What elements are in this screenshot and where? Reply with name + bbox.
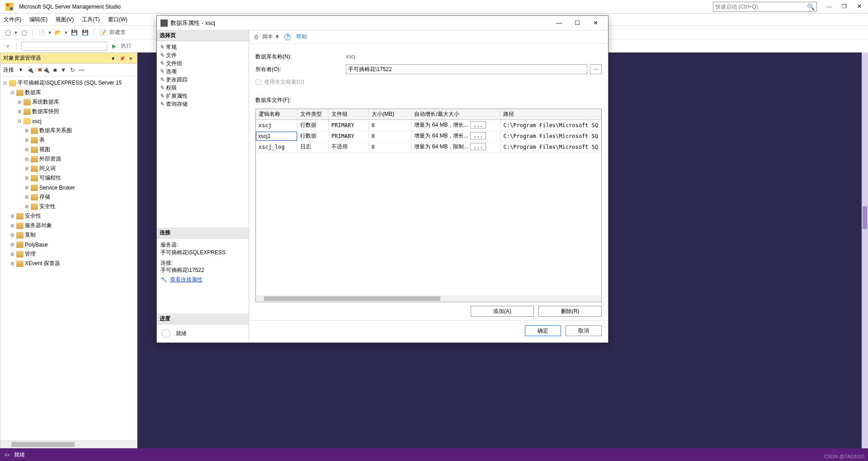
tree-root[interactable]: 手可摘棉花\SQLEXPRESS (SQL Server 15 <box>18 79 122 87</box>
connect-label[interactable]: 连接 <box>3 66 14 74</box>
stop-icon[interactable]: ■ <box>53 67 57 73</box>
disconnect-icon[interactable]: ✖🔌 <box>38 67 50 73</box>
ok-button[interactable]: 确定 <box>525 325 561 336</box>
close-button[interactable]: ✕ <box>853 3 866 10</box>
quick-launch-input[interactable] <box>715 4 807 10</box>
help-icon[interactable]: ? <box>284 34 291 40</box>
database-properties-dialog: 数据库属性 - xscj — ☐ ✕ 选择页 ✎常规 ✎文件 ✎文件组 ✎选项 … <box>156 15 609 343</box>
tree-storage[interactable]: 存储 <box>39 193 50 201</box>
page-permissions[interactable]: ✎权限 <box>160 84 246 92</box>
page-change-tracking[interactable]: ✎更改跟踪 <box>160 76 246 84</box>
window-vscroll[interactable] <box>862 52 868 448</box>
autogrow-edit-button[interactable]: ... <box>470 143 486 150</box>
tree-server-objects[interactable]: 服务器对象 <box>25 222 52 229</box>
tree-views[interactable]: 视图 <box>39 146 50 153</box>
panel-pin-icon[interactable]: 📌 <box>118 56 126 61</box>
col-autogrow[interactable]: 自动增长/最大大小 <box>411 109 500 120</box>
autogrow-edit-button[interactable]: ... <box>470 121 486 128</box>
tree-xscj[interactable]: xscj <box>32 118 42 124</box>
col-type[interactable]: 文件类型 <box>297 109 329 120</box>
tree-external[interactable]: 外部资源 <box>39 155 61 163</box>
connect-icon[interactable]: 🔌 <box>27 67 34 73</box>
save-all-icon[interactable]: 💾 <box>81 29 89 37</box>
tree-security[interactable]: 安全性 <box>25 212 41 220</box>
menu-edit[interactable]: 编辑(E) <box>29 16 47 24</box>
server-value: 手可摘棉花\SQLEXPRESS <box>160 249 245 257</box>
dialog-maximize-button[interactable]: ☐ <box>568 19 586 26</box>
view-connection-props-link[interactable]: 查看连接属性 <box>170 276 203 284</box>
back-icon[interactable]: ◯ <box>4 29 12 37</box>
col-size[interactable]: 大小(MB) <box>369 109 411 120</box>
dialog-close-button[interactable]: ✕ <box>586 19 604 26</box>
minimize-button[interactable]: — <box>822 3 836 10</box>
tree-db-snapshot[interactable]: 数据库快照 <box>32 108 59 115</box>
filter-icon[interactable]: ▼ <box>61 67 66 73</box>
tree-replication[interactable]: 复制 <box>25 231 36 239</box>
quick-launch[interactable]: 🔍 <box>713 2 817 12</box>
object-explorer-header: 对象资源管理器 ▼ 📌 ✕ <box>0 53 137 64</box>
use-db-icon[interactable]: ▿ <box>4 42 12 50</box>
page-filegroups[interactable]: ✎文件组 <box>160 59 246 67</box>
dialog-minimize-button[interactable]: — <box>550 19 568 26</box>
execute-icon[interactable]: ▶ <box>110 42 118 50</box>
status-bar: ▭ 就绪 <box>0 448 868 461</box>
execute-label[interactable]: 执行 <box>121 42 132 50</box>
svg-rect-1 <box>6 4 9 6</box>
cancel-button[interactable]: 取消 <box>566 325 602 336</box>
tree-diagrams[interactable]: 数据库关系图 <box>39 127 72 134</box>
files-grid[interactable]: 逻辑名称 文件类型 文件组 大小(MB) 自动增长/最大大小 路径 xscj 行… <box>255 109 602 302</box>
panel-close-icon[interactable]: ✕ <box>127 56 134 61</box>
page-files[interactable]: ✎文件 <box>160 51 246 59</box>
tree-system-dbs[interactable]: 系统数据库 <box>32 98 59 106</box>
col-path[interactable]: 路径 <box>500 109 601 120</box>
activity-icon[interactable]: ⁓ <box>79 67 85 73</box>
tree-xevent[interactable]: XEvent 探查器 <box>25 260 60 267</box>
remove-button[interactable]: 删除(R) <box>538 306 602 317</box>
maximize-button[interactable]: ❐ <box>838 3 851 10</box>
dialog-titlebar[interactable]: 数据库属性 - xscj — ☐ ✕ <box>157 16 608 30</box>
refresh-icon[interactable]: ↻ <box>70 67 75 73</box>
tree-synonyms[interactable]: 同义词 <box>39 165 56 172</box>
col-group[interactable]: 文件组 <box>329 109 369 120</box>
object-explorer-hscroll[interactable] <box>0 441 137 448</box>
object-tree[interactable]: ⊟手可摘棉花\SQLEXPRESS (SQL Server 15 ⊟数据库 ⊞系… <box>0 76 137 441</box>
open-icon[interactable]: 📂 <box>54 29 62 37</box>
tree-polybase[interactable]: PolyBase <box>25 242 48 248</box>
tree-databases[interactable]: 数据库 <box>25 89 41 96</box>
new-query-icon[interactable]: 📝 <box>99 29 107 37</box>
page-options[interactable]: ✎选项 <box>160 67 246 76</box>
menu-file[interactable]: 文件(F) <box>4 16 21 24</box>
menu-view[interactable]: 视图(V) <box>56 16 74 24</box>
database-selector[interactable] <box>21 42 107 51</box>
panel-dropdown-icon[interactable]: ▼ <box>109 56 117 61</box>
tree-management[interactable]: 管理 <box>25 250 36 258</box>
logical-name-input[interactable] <box>256 132 297 141</box>
new-query-label[interactable]: 新建查 <box>109 29 126 36</box>
tree-programmability[interactable]: 可编程性 <box>39 174 61 182</box>
page-general[interactable]: ✎常规 <box>160 43 246 51</box>
tree-tables[interactable]: 表 <box>39 136 45 144</box>
forward-icon[interactable]: ◯ <box>20 29 28 37</box>
page-query-store[interactable]: ✎查询存储 <box>160 100 246 108</box>
save-icon[interactable]: 💾 <box>70 29 78 37</box>
add-button[interactable]: 添加(A) <box>471 306 534 317</box>
tree-service-broker[interactable]: Service Broker <box>39 185 75 191</box>
script-dropdown-icon[interactable]: ⎙ <box>255 34 258 40</box>
owner-input[interactable] <box>346 64 587 74</box>
grid-actions: 添加(A) 删除(R) <box>249 302 608 320</box>
tree-security-inner[interactable]: 安全性 <box>39 203 56 210</box>
page-extended[interactable]: ✎扩展属性 <box>160 92 246 100</box>
col-logical[interactable]: 逻辑名称 <box>256 109 297 120</box>
app-icon <box>5 2 14 12</box>
new-project-icon[interactable]: 📄 <box>38 29 46 37</box>
watermark: CSDN @TAO1031 <box>824 454 865 459</box>
help-button[interactable]: 帮助 <box>296 33 307 41</box>
menu-tools[interactable]: 工具(T) <box>82 16 99 24</box>
table-row: 行数据 PRIMARY 8 增量为 64 MB，增长... ... C:\Pro… <box>256 131 601 142</box>
menu-window[interactable]: 窗口(W) <box>108 16 127 24</box>
grid-hscroll[interactable] <box>256 295 601 302</box>
autogrow-edit-button[interactable]: ... <box>470 132 486 139</box>
search-icon[interactable]: 🔍 <box>807 3 815 10</box>
script-button[interactable]: 脚本 ▼ <box>262 33 280 41</box>
owner-browse-button[interactable]: ... <box>590 64 602 74</box>
